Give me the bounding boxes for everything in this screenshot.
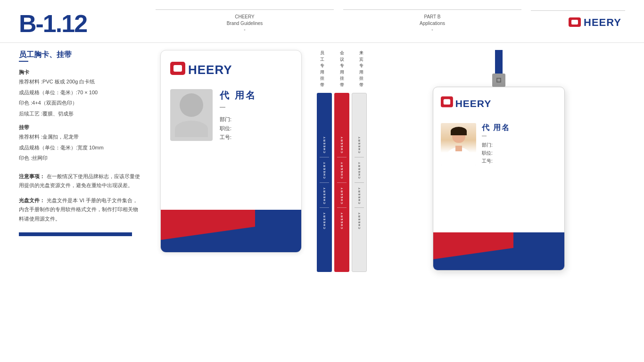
header-dividers: CHEERY Brand Guidelines - PART B Applica… <box>151 9 625 34</box>
note-block-1: 注意事项： 在一般情况下使用品牌标志，应该尽量使用提供的光盘资源文件，避免在重绘… <box>19 172 141 190</box>
header-logo-area: HEERY <box>531 10 625 32</box>
cheery-logo-header: HEERY <box>569 15 625 30</box>
svg-text:HEERY: HEERY <box>584 16 621 28</box>
svg-rect-1 <box>571 20 578 25</box>
lanyard-white: CHEERY CHEERY CHEERY CHEERY <box>352 93 367 272</box>
lanyard-label-2: 来宾专用挂带 <box>353 50 370 88</box>
note2-title: 光盘文件： <box>19 197 45 203</box>
id-card-large-dept: 部门: <box>482 142 557 148</box>
page-code: B-1.12 <box>19 9 151 38</box>
main-content: 员工胸卡、挂带 胸卡 推荐材料 :PVC 板或 200g 白卡纸 成品规格（单位… <box>0 43 644 362</box>
lanyard-item-0: 推荐材料 :金属扣，尼龙带 <box>19 133 141 141</box>
svg-rect-7 <box>444 99 450 105</box>
lanyard-label-1: 会议专用挂带 <box>333 50 351 88</box>
center-panel: HEERY 代 用名 — 部门: 职位: <box>151 50 311 362</box>
lanyards-container: CHEERY CHEERY CHEERY CHEERY CHEERY CHEER… <box>314 93 370 272</box>
header-section-brand: CHEERY Brand Guidelines - <box>156 9 334 32</box>
header-section-part: PART B Applications - <box>343 9 521 32</box>
id-card-large-info: 代 用名 — 部门: 职位: 工号: <box>482 123 557 166</box>
id-card-large-empid: 工号: <box>482 158 557 165</box>
id-card-large-bottom <box>433 232 564 270</box>
brand-dash: - <box>244 27 245 32</box>
id-card-large: HEERY <box>433 87 565 271</box>
lanyard-item-2: 印色 :丝网印 <box>19 154 141 162</box>
person-photo-placeholder <box>441 123 476 165</box>
id-card-top: HEERY 代 用名 — 部门: 职位: <box>161 50 301 210</box>
id-card-info: 代 用名 — 部门: 职位: 工号: <box>220 89 292 143</box>
left-panel: 员工胸卡、挂带 胸卡 推荐材料 :PVC 板或 200g 白卡纸 成品规格（单位… <box>19 50 151 362</box>
id-card-large-dash: — <box>482 133 557 138</box>
id-card-large-content: 代 用名 — 部门: 职位: 工号: <box>433 123 564 166</box>
id-card-content: 代 用名 — 部门: 职位: 工号: <box>170 89 292 143</box>
note-block-2: 光盘文件： 光盘文件是本 VI 手册的电子文件集合，内含手册制作的专用软件格式文… <box>19 196 141 223</box>
id-card-dept: 部门: <box>220 116 292 123</box>
lanyard-labels: 员工专用挂带 会议专用挂带 来宾专用挂带 <box>314 50 370 88</box>
id-card-large-top: HEERY <box>433 87 564 117</box>
header: B-1.12 CHEERY Brand Guidelines - PART B … <box>0 0 644 43</box>
lanyard-category: 挂带 <box>19 124 141 131</box>
part-title: PART B Applications <box>420 14 445 27</box>
cheery-logo-card: HEERY <box>170 60 231 78</box>
id-card-logo: HEERY <box>170 60 292 80</box>
lanyards-panel: 员工专用挂带 会议专用挂带 来宾专用挂带 CHEERY CHEERY CHEER… <box>311 50 372 362</box>
brand-title: CHEERY Brand Guidelines <box>227 14 263 27</box>
svg-rect-4 <box>173 65 182 72</box>
id-card-photo <box>170 89 213 141</box>
section-title: 员工胸卡、挂带 <box>19 50 141 60</box>
note1-title: 注意事项： <box>19 173 45 179</box>
lanyard-clasp <box>492 74 505 87</box>
right-panel: HEERY <box>372 50 625 362</box>
part-dash: - <box>431 27 433 32</box>
id-card-large-name: 代 用名 <box>482 123 557 133</box>
id-card-bottom <box>161 210 301 252</box>
lanyard-strap <box>495 50 503 74</box>
lanyard-label-0: 员工专用挂带 <box>314 50 331 88</box>
id-card: HEERY 代 用名 — 部门: 职位: <box>160 50 302 253</box>
spec-item-2: 印色 :4+4（双面四色印） <box>19 99 141 107</box>
id-card-name-dash: — <box>220 104 292 110</box>
lanyard-navy: CHEERY CHEERY CHEERY CHEERY <box>317 93 332 272</box>
card-category: 胸卡 <box>19 69 141 76</box>
spec-item-1: 成品规格（单位：毫米）:70 × 100 <box>19 89 141 97</box>
section-title-dash <box>19 61 28 62</box>
note-section: 注意事项： 在一般情况下使用品牌标志，应该尽量使用提供的光盘资源文件，避免在重绘… <box>19 172 141 223</box>
lanyard-top <box>492 50 505 87</box>
id-card-person-photo <box>441 123 476 165</box>
spec-list: 胸卡 推荐材料 :PVC 板或 200g 白卡纸 成品规格（单位：毫米）:70 … <box>19 69 141 162</box>
cheery-logo-large-card: HEERY <box>441 95 495 110</box>
id-card-empid: 工号: <box>220 134 292 141</box>
id-card-large-position: 职位: <box>482 150 557 156</box>
lanyard-item-1: 成品规格（单位：毫米）:宽度 10mm <box>19 144 141 152</box>
svg-text:HEERY: HEERY <box>188 63 231 77</box>
spec-item-0: 推荐材料 :PVC 板或 200g 白卡纸 <box>19 78 141 86</box>
spec-item-3: 后续工艺 :覆膜、切成形 <box>19 110 141 118</box>
blue-bar <box>19 232 132 236</box>
lanyard-red: CHEERY CHEERY CHEERY CHEERY <box>334 93 349 272</box>
id-card-name: 代 用名 <box>220 89 292 102</box>
id-card-position: 职位: <box>220 125 292 132</box>
svg-text:HEERY: HEERY <box>455 98 492 109</box>
